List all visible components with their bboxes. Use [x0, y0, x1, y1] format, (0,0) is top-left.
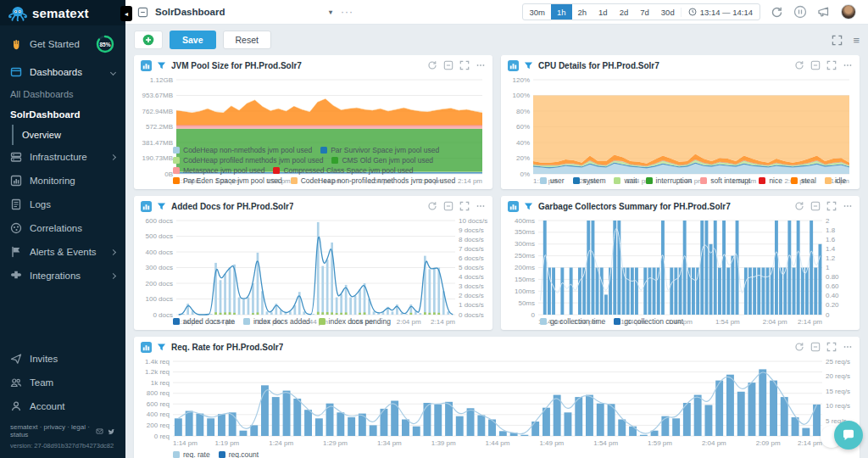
sidebar-item-monitoring[interactable]: Monitoring	[0, 169, 125, 193]
puzzle-icon	[10, 270, 22, 282]
legend-item[interactable]: idle	[825, 176, 846, 185]
panel-more-icon[interactable]	[476, 201, 486, 211]
panel-more-icon[interactable]	[843, 342, 853, 352]
filter-icon[interactable]	[157, 343, 166, 352]
sidebar-item-overview[interactable]: Overview	[12, 125, 125, 145]
add-component-button[interactable]	[134, 31, 163, 49]
more-menu-button[interactable]: ···	[341, 6, 353, 18]
sidebar-item-account[interactable]: Account	[0, 394, 125, 418]
panel-expand-icon[interactable]	[459, 60, 470, 70]
cpu-details-chart[interactable]: 120%100%80%60%40%20%0%1:14 pm1:24 pm1:34…	[501, 75, 860, 176]
panel-more-icon[interactable]	[843, 201, 853, 211]
range-2d[interactable]: 2d	[614, 4, 635, 20]
filter-icon[interactable]	[524, 202, 533, 211]
panel-collapse-icon[interactable]	[443, 201, 453, 211]
panel-collapse-icon[interactable]	[443, 60, 453, 70]
panel-cpu-details: CPU Details for PH.Prod.Solr7 120%100%80…	[501, 55, 860, 189]
legend-item[interactable]: soft interrupt	[700, 176, 750, 185]
jvm-pool-size-chart[interactable]: 1.12GB953.67MB762.94MB572.2MB381.47MB190…	[134, 75, 492, 146]
sidebar-item-team[interactable]: Team	[0, 371, 125, 394]
panel-collapse-icon[interactable]	[810, 201, 821, 211]
legend-item[interactable]: gc collection time	[540, 317, 605, 326]
get-started-label: Get Started	[30, 39, 80, 49]
sidebar-item-all-dashboards[interactable]: All Dashboards	[0, 84, 125, 104]
sidebar-item-infrastructure[interactable]: Infrastructure	[0, 145, 125, 169]
sidebar-footer: sematext · privacy · legal · status vers…	[0, 418, 125, 458]
panel-refresh-icon[interactable]	[427, 60, 437, 70]
legend-item[interactable]: Par Eden Space jvm pool used	[173, 176, 282, 185]
added-docs-chart[interactable]: 600 docs500 docs400 docs300 docs200 docs…	[134, 216, 492, 317]
panel-collapse-icon[interactable]	[810, 342, 821, 352]
panel-more-icon[interactable]	[843, 60, 853, 70]
legend-item[interactable]: CodeHeap non-profiled nmethods jvm pool …	[291, 176, 455, 185]
legend-item[interactable]: Par Survivor Space jvm pool used	[320, 146, 439, 154]
panel-refresh-icon[interactable]	[794, 60, 804, 70]
panel-refresh-icon[interactable]	[427, 201, 437, 211]
legend-item[interactable]: req. rate	[173, 450, 210, 458]
panel-expand-icon[interactable]	[826, 60, 837, 70]
panel-more-icon[interactable]	[476, 60, 486, 70]
sidebar-item-integrations[interactable]: Integrations	[0, 264, 125, 288]
filter-icon[interactable]	[524, 61, 533, 70]
legend-item[interactable]: Compressed Class Space jvm pool used	[273, 166, 413, 175]
legend-item[interactable]: CodeHeap non-nmethods jvm pool used	[173, 146, 312, 154]
panel-expand-icon[interactable]	[459, 201, 470, 211]
range-1h[interactable]: 1h	[551, 4, 572, 20]
legend-item[interactable]: user	[540, 176, 565, 185]
req-rate-chart[interactable]: 1.4k req1.2k req1k req800 req600 req400 …	[134, 357, 860, 450]
sidebar-item-alerts-events[interactable]: Alerts & Events	[0, 240, 125, 264]
range-30m[interactable]: 30m	[523, 4, 550, 20]
legend-item[interactable]: interruption	[646, 176, 693, 185]
twitter-icon[interactable]	[108, 427, 115, 436]
legend-item[interactable]: wait	[614, 176, 637, 185]
fullscreen-button[interactable]	[832, 35, 843, 46]
panel-refresh-icon[interactable]	[794, 342, 804, 352]
legend-item[interactable]: index docs added	[243, 317, 310, 326]
gc-summary-chart[interactable]: 400ms350ms300ms250ms200ms150ms100ms50ms0…	[501, 216, 860, 317]
refresh-button[interactable]	[771, 6, 783, 19]
legend-item[interactable]: CodeHeap profiled nmethods jvm pool used	[173, 156, 323, 165]
save-button[interactable]: Save	[170, 31, 216, 49]
sidebar-item-logs[interactable]: Logs	[0, 193, 125, 216]
filter-icon[interactable]	[157, 61, 166, 70]
announcements-button[interactable]	[817, 5, 831, 19]
legend-swatch	[173, 451, 180, 458]
time-window-picker[interactable]: 13:14 — 14:14	[681, 8, 760, 17]
legend-item[interactable]: CMS Old Gen jvm pool used	[331, 156, 433, 165]
legend-item[interactable]: added docs rate	[173, 317, 235, 326]
legend-item[interactable]: nice	[759, 176, 782, 185]
sidebar-item-correlations[interactable]: Correlations	[0, 216, 125, 240]
panel-expand-icon[interactable]	[826, 342, 837, 352]
chevron-right-icon	[110, 249, 116, 254]
panel-expand-icon[interactable]	[826, 201, 837, 211]
chevron-down-icon	[110, 69, 116, 75]
reset-button[interactable]: Reset	[223, 31, 271, 49]
range-7d[interactable]: 7d	[634, 4, 655, 20]
sidebar-item-solrdashboard[interactable]: SolrDashboard	[0, 104, 125, 125]
sidebar-item-dashboards[interactable]: Dashboards	[0, 60, 125, 84]
legend-item[interactable]: gc collection count	[614, 317, 683, 326]
sidebar-item-get-started[interactable]: Get Started 85%	[0, 25, 125, 60]
range-1d[interactable]: 1d	[593, 4, 614, 20]
panel-collapse-icon[interactable]	[810, 60, 821, 70]
sidebar-collapse-handle[interactable]: ◂	[120, 6, 132, 21]
panel-refresh-icon[interactable]	[794, 201, 804, 211]
dashboard-select[interactable]: SolrDashboard ▾	[137, 7, 332, 18]
legend-item[interactable]: system	[573, 176, 606, 185]
legend-item[interactable]: Metaspace jvm pool used	[173, 166, 264, 175]
legend-swatch	[791, 177, 798, 184]
legend-item[interactable]: index docs pending	[319, 317, 391, 326]
legend-item[interactable]: steal	[791, 176, 816, 185]
sidebar-item-invites[interactable]: Invites	[0, 347, 125, 371]
user-avatar[interactable]	[841, 4, 856, 20]
legend-item[interactable]: req.count	[219, 450, 259, 458]
footer-links[interactable]: sematext · privacy · legal · status	[10, 423, 92, 438]
chat-button[interactable]	[834, 421, 863, 450]
infrastructure-icon	[10, 151, 22, 163]
range-2h[interactable]: 2h	[572, 4, 593, 20]
filter-icon[interactable]	[157, 202, 166, 211]
mail-icon[interactable]	[96, 427, 103, 436]
pause-refresh-button[interactable]	[793, 5, 807, 19]
menu-button[interactable]: ≡	[853, 34, 860, 47]
range-30d[interactable]: 30d	[655, 4, 681, 20]
